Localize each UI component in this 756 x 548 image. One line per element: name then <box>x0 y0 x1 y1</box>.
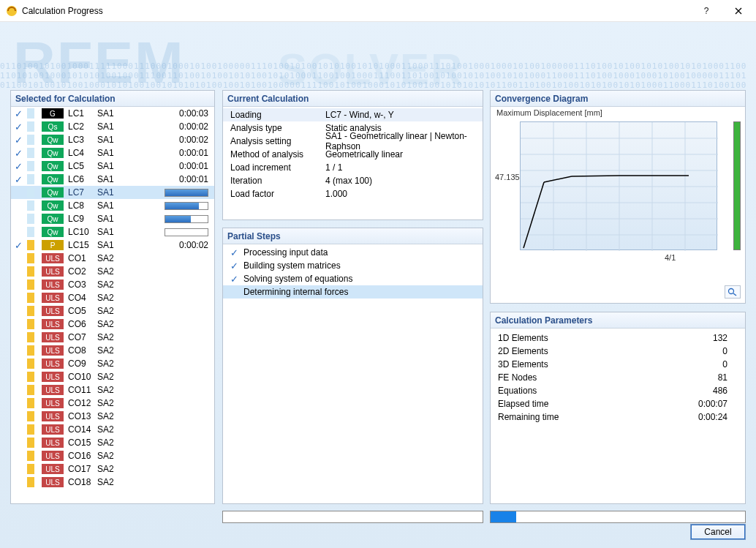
status-chip <box>27 227 34 237</box>
status-chip <box>27 240 34 250</box>
param-val: 0 <box>669 346 727 356</box>
param-row: FE Nodes81 <box>491 371 745 384</box>
analysis-setting: SA2 <box>97 464 134 474</box>
secondary-progress <box>222 511 483 523</box>
analysis-setting: SA2 <box>97 438 134 448</box>
status-chip <box>27 253 34 263</box>
param-row: 3D Elements0 <box>491 358 745 371</box>
type-badge: ULS <box>42 411 64 421</box>
list-item[interactable]: QwLC8SA1 <box>11 199 214 212</box>
list-item[interactable]: ULSCO5SA2 <box>11 304 214 318</box>
list-item[interactable]: ULSCO11SA2 <box>11 383 214 397</box>
list-item[interactable]: ULSCO9SA2 <box>11 357 214 370</box>
item-id: CO8 <box>64 345 97 356</box>
param-key: 3D Elements <box>498 359 669 369</box>
list-item[interactable]: ULSCO17SA2 <box>11 462 214 476</box>
list-item[interactable]: ✓QwLC6SA10:00:01 <box>11 173 214 186</box>
duration: 0:00:03 <box>163 108 214 119</box>
status-chip <box>27 306 34 316</box>
analysis-setting: SA2 <box>97 451 134 461</box>
analysis-setting: SA1 <box>97 148 134 158</box>
analysis-setting: SA2 <box>97 372 134 382</box>
analysis-setting: SA2 <box>97 385 134 395</box>
param-key: 1D Elements <box>498 333 669 343</box>
bg-binary: 0110010100101001000101010010010101010100… <box>0 80 756 90</box>
help-button[interactable]: ? <box>690 1 722 21</box>
conv-x-label: 4/1 <box>665 253 676 262</box>
conv-y-label: 47.135 <box>495 173 520 181</box>
list-item[interactable]: ✓QwLC4SA10:00:01 <box>11 146 214 159</box>
analysis-setting: SA2 <box>97 345 134 356</box>
check-icon: ✓ <box>11 148 26 159</box>
partial-title: Partial Steps <box>223 228 483 244</box>
list-item[interactable]: ✓PLC15SA10:00:02 <box>11 239 214 252</box>
status-chip <box>27 214 34 224</box>
item-id: CO4 <box>64 293 97 303</box>
list-item[interactable]: ULSCO15SA2 <box>11 436 214 449</box>
analysis-setting: SA1 <box>97 214 134 224</box>
list-item[interactable]: ULSCO13SA2 <box>11 410 214 423</box>
list-item[interactable]: ✓QsLC2SA10:00:02 <box>11 120 214 133</box>
status-chip <box>27 451 34 461</box>
cancel-button[interactable]: Cancel <box>690 524 746 540</box>
item-id: CO11 <box>64 385 97 395</box>
kv-val: 1 / 1 <box>325 162 478 173</box>
analysis-setting: SA1 <box>97 121 134 132</box>
check-icon: ✓ <box>11 121 26 132</box>
kv-row: Analysis settingSA1 - Geometrically line… <box>223 135 483 148</box>
status-chip <box>27 345 34 356</box>
list-item[interactable]: ULSCO10SA2 <box>11 370 214 383</box>
list-item[interactable]: ULSCO14SA2 <box>11 423 214 436</box>
param-row: Elapsed time0:00:07 <box>491 397 745 410</box>
item-id: CO16 <box>64 451 97 461</box>
type-badge: Qw <box>42 148 64 158</box>
item-id: CO14 <box>64 424 97 435</box>
status-chip <box>27 266 34 277</box>
list-item[interactable]: ULSCO16SA2 <box>11 449 214 462</box>
kv-key: Iteration <box>230 176 325 186</box>
analysis-setting: SA2 <box>97 293 134 303</box>
step-row: ✓Building system matrices <box>223 259 483 272</box>
zoom-button[interactable] <box>725 285 741 299</box>
status-chip <box>27 424 34 435</box>
list-item[interactable]: QwLC10SA1 <box>11 225 214 239</box>
list-item[interactable]: ✓QwLC5SA10:00:01 <box>11 159 214 173</box>
type-badge: Qw <box>42 227 64 237</box>
param-val: 0 <box>669 359 727 369</box>
list-item[interactable]: ULSCO8SA2 <box>11 344 214 357</box>
list-item[interactable]: QwLC9SA1 <box>11 212 214 225</box>
list-item[interactable]: ULSCO4SA2 <box>11 291 214 304</box>
client-area: RFEM SOLVER 0110100101001000111110001110… <box>0 22 756 548</box>
type-badge: Qw <box>42 214 64 224</box>
list-item[interactable]: ULSCO6SA2 <box>11 318 214 331</box>
analysis-setting: SA2 <box>97 332 134 342</box>
step-label: Determining internal forces <box>243 287 348 297</box>
list-item[interactable]: ULSCO18SA2 <box>11 476 214 489</box>
list-item[interactable]: ✓QwLC3SA10:00:02 <box>11 133 214 146</box>
type-badge: ULS <box>42 332 64 342</box>
selected-list[interactable]: ✓GLC1SA10:00:03✓QsLC2SA10:00:02✓QwLC3SA1… <box>11 107 214 503</box>
status-chip <box>27 398 34 408</box>
list-item[interactable]: ULSCO12SA2 <box>11 397 214 410</box>
step-row: ✓Determining internal forces <box>223 285 483 299</box>
close-button[interactable] <box>722 1 755 21</box>
item-id: LC4 <box>64 148 97 158</box>
analysis-setting: SA2 <box>97 266 134 277</box>
conv-subtitle: Maximum Displacement [mm] <box>496 108 602 117</box>
analysis-setting: SA1 <box>97 161 134 171</box>
param-val: 486 <box>669 386 727 396</box>
type-badge: ULS <box>42 424 64 435</box>
list-item[interactable]: ULSCO7SA2 <box>11 331 214 344</box>
status-chip <box>27 411 34 421</box>
analysis-setting: SA1 <box>97 135 134 145</box>
list-item[interactable]: QwLC7SA1 <box>11 186 214 199</box>
kv-val: Geometrically linear <box>325 149 478 159</box>
duration: 0:00:01 <box>163 161 214 171</box>
check-icon: ✓ <box>11 108 26 119</box>
list-item[interactable]: ULSCO2SA2 <box>11 265 214 278</box>
list-item[interactable]: ✓GLC1SA10:00:03 <box>11 107 214 120</box>
duration: 0:00:01 <box>163 174 214 184</box>
list-item[interactable]: ULSCO3SA2 <box>11 278 214 291</box>
status-chip <box>27 174 34 184</box>
list-item[interactable]: ULSCO1SA2 <box>11 252 214 265</box>
